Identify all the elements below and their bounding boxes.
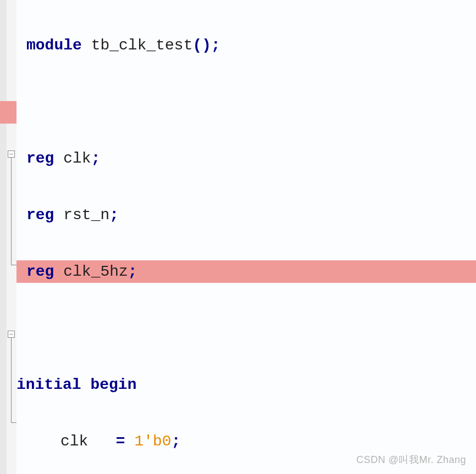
fold-guide-instance [11,338,12,423]
fold-toggle-instance[interactable] [8,331,15,338]
literal: 1'b0 [134,433,171,450]
identifier: clk_5hz [54,263,128,280]
code-line-empty [16,91,476,113]
code-line: initial begin [16,373,476,396]
punct: ; [211,37,220,54]
keyword-reg: reg [26,207,54,224]
keyword-initial: initial [16,376,81,393]
punct: ( [192,37,202,54]
highlight-margin [0,101,16,124]
operator: = [116,433,135,450]
code-line: reg rst_n; [16,204,476,226]
identifier: clk [60,433,116,450]
identifier: tb_clk_test [82,37,193,54]
fold-column [7,0,16,474]
code-line: reg clk; [16,147,476,170]
line-number-gutter [0,0,7,474]
punct: ; [171,433,181,450]
fold-toggle-initial[interactable] [8,150,15,158]
fold-end-initial [11,261,16,265]
keyword-begin: begin [90,376,136,393]
code-line: module tb_clk_test(); [16,34,476,57]
punct: ) [202,37,211,54]
code-area: module tb_clk_test(); reg clk; reg rst_n… [16,0,476,474]
watermark: CSDN @叫我Mr. Zhang [356,453,466,466]
code-line-empty [16,317,476,339]
keyword-module: module [26,37,82,54]
punct: ; [91,150,101,167]
identifier: clk [54,150,91,167]
keyword-reg: reg [26,150,54,167]
punct: ; [128,263,137,280]
identifier: rst_n [54,207,109,224]
keyword-reg: reg [26,263,54,280]
code-line-highlighted: reg clk_5hz; [16,260,476,283]
fold-end-instance [11,419,16,423]
code-line: clk = 1'b0; [16,430,476,453]
punct: ; [109,207,119,224]
fold-guide-initial [11,158,12,265]
